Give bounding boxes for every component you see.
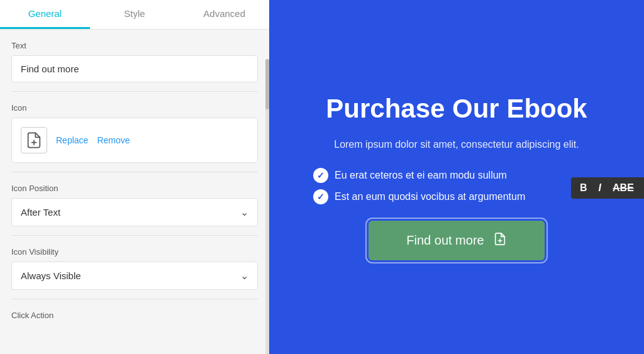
icon-visibility-value: Always Visible <box>21 270 81 281</box>
italic-button[interactable]: I <box>596 181 604 195</box>
replace-link[interactable]: Replace <box>56 135 88 145</box>
icon-actions: Replace Remove <box>56 135 130 145</box>
list-item-text-1: Eu erat ceteros et ei eam modu sullum <box>335 170 507 181</box>
tab-style[interactable]: Style <box>90 0 180 29</box>
icon-position-section: Icon Position After Text ⌄ <box>0 172 269 235</box>
list-item-text-2: Est an eum quodsi vocibus at argumentum <box>335 191 525 202</box>
tabs-bar: General Style Advanced <box>0 0 269 30</box>
ebook-title: Purchase Our Ebook <box>326 94 587 124</box>
icon-position-value: After Text <box>21 207 60 218</box>
icon-visibility-dropdown[interactable]: Always Visible ⌄ <box>11 262 258 290</box>
cta-button[interactable]: Find out more <box>369 221 544 260</box>
cta-label: Find out more <box>406 233 484 248</box>
icon-position-label: Icon Position <box>11 184 258 193</box>
bold-button[interactable]: B <box>577 181 590 195</box>
icon-box: Replace Remove <box>11 118 258 163</box>
chevron-down-icon: ⌄ <box>240 206 248 218</box>
check-icon-2 <box>313 189 328 204</box>
panel-content: Text Icon Replace Remove <box>0 30 269 354</box>
icon-visibility-label: Icon Visibility <box>11 247 258 257</box>
icon-preview <box>21 127 47 153</box>
icon-section: Icon Replace Remove <box>0 92 269 172</box>
left-panel: General Style Advanced Text Icon <box>0 0 269 354</box>
chevron-down-icon-2: ⌄ <box>240 270 248 282</box>
list-item: Est an eum quodsi vocibus at argumentum <box>313 189 525 204</box>
strikethrough-button[interactable]: ABE <box>610 181 636 195</box>
click-action-label: Click Action <box>11 311 258 320</box>
icon-position-dropdown[interactable]: After Text ⌄ <box>11 198 258 226</box>
icon-label: Icon <box>11 103 258 113</box>
format-toolbar: B I ABE U <box>571 177 644 199</box>
checklist: Eu erat ceteros et ei eam modu sullum Es… <box>301 168 525 204</box>
right-panel: Purchase Our Ebook Lorem ipsum dolor sit… <box>269 0 644 354</box>
icon-visibility-section: Icon Visibility Always Visible ⌄ <box>0 236 269 299</box>
tab-advanced[interactable]: Advanced <box>179 0 269 29</box>
click-action-section: Click Action <box>0 299 269 334</box>
tab-general[interactable]: General <box>0 0 90 29</box>
text-input[interactable] <box>11 55 258 82</box>
remove-link[interactable]: Remove <box>97 135 130 145</box>
list-item: Eu erat ceteros et ei eam modu sullum <box>313 168 525 183</box>
check-icon-1 <box>313 168 328 183</box>
text-label: Text <box>11 41 258 50</box>
text-section: Text <box>0 30 269 91</box>
ebook-subtitle: Lorem ipsum dolor sit amet, consectetur … <box>334 139 579 150</box>
cta-icon <box>493 232 507 249</box>
